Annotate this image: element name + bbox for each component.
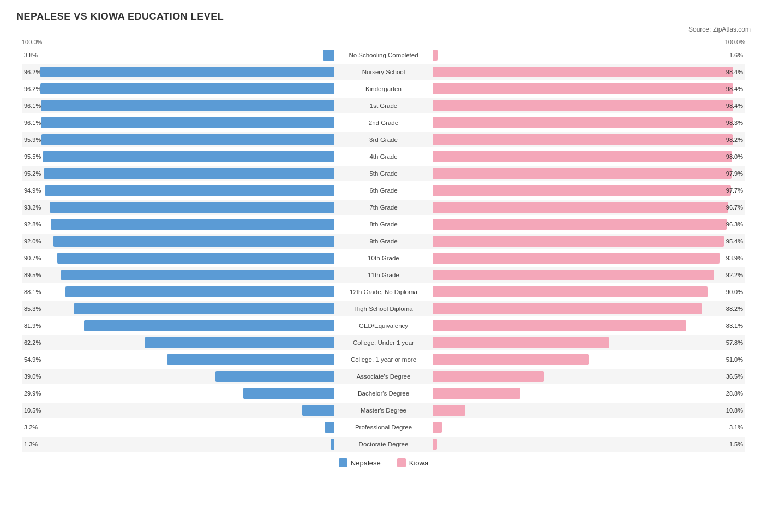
- right-bar: [433, 405, 465, 416]
- bar-row: 92.0% 9th Grade 95.4%: [22, 234, 745, 249]
- bar-label: College, 1 year or more: [334, 356, 433, 363]
- left-section: 88.1%: [22, 284, 334, 300]
- right-value: 98.4%: [726, 86, 743, 92]
- right-section: 95.4%: [433, 234, 745, 249]
- right-section: 90.0%: [433, 284, 745, 300]
- right-value: 92.2%: [726, 272, 743, 278]
- right-bar: [433, 270, 714, 280]
- left-bar: [41, 117, 334, 128]
- left-value: 89.5%: [24, 272, 41, 278]
- left-section: 96.2%: [22, 64, 334, 80]
- left-value: 54.9%: [24, 356, 41, 363]
- left-value: 96.2%: [24, 86, 41, 92]
- bar-row: 81.9% GED/Equivalency 83.1%: [22, 318, 745, 333]
- bar-label: Kindergarten: [334, 86, 433, 92]
- right-section: 97.7%: [433, 183, 745, 198]
- left-value: 81.9%: [24, 322, 41, 329]
- left-bar: [43, 151, 334, 162]
- bar-row: 93.2% 7th Grade 96.7%: [22, 200, 745, 215]
- right-section: 98.2%: [433, 132, 745, 147]
- bar-row: 3.2% Professional Degree 3.1%: [22, 420, 745, 435]
- left-value: 39.0%: [24, 373, 41, 380]
- bar-label: 11th Grade: [334, 272, 433, 278]
- bar-label: 6th Grade: [334, 187, 433, 194]
- left-bar: [57, 253, 334, 264]
- left-section: 10.5%: [22, 403, 334, 418]
- right-bar: [433, 67, 733, 77]
- right-section: 98.0%: [433, 149, 745, 164]
- left-value: 96.1%: [24, 103, 41, 109]
- right-value: 98.4%: [726, 69, 743, 75]
- right-value: 83.1%: [726, 322, 743, 329]
- right-bar: [433, 219, 727, 230]
- right-bar: [433, 354, 589, 365]
- legend-box-kiowa: [397, 458, 406, 467]
- right-section: 93.9%: [433, 250, 745, 266]
- right-bar: [433, 83, 733, 94]
- bar-label: 8th Grade: [334, 221, 433, 228]
- source-label: Source: ZipAtlas.com: [16, 26, 751, 33]
- left-value: 94.9%: [24, 187, 41, 194]
- right-value: 10.8%: [726, 407, 743, 414]
- left-value: 96.2%: [24, 69, 41, 75]
- right-value: 36.5%: [726, 373, 743, 380]
- right-value: 90.0%: [726, 289, 743, 295]
- left-value: 3.8%: [24, 52, 38, 58]
- left-section: 39.0%: [22, 369, 334, 384]
- bar-label: 12th Grade, No Diploma: [334, 289, 433, 295]
- right-bar: [433, 202, 728, 213]
- left-value: 29.9%: [24, 390, 41, 397]
- right-section: 98.4%: [433, 81, 745, 97]
- left-bar: [41, 134, 334, 145]
- left-bar: [145, 337, 334, 348]
- right-value: 88.2%: [726, 306, 743, 312]
- bar-row: 62.2% College, Under 1 year 57.8%: [22, 335, 745, 350]
- bar-row: 95.5% 4th Grade 98.0%: [22, 149, 745, 164]
- right-value: 98.4%: [726, 103, 743, 109]
- right-bar: [433, 253, 720, 264]
- right-value: 51.0%: [726, 356, 743, 363]
- right-section: 1.6%: [433, 47, 745, 63]
- left-section: 93.2%: [22, 200, 334, 215]
- legend-label-nepalese: Nepalese: [351, 459, 381, 467]
- legend-label-kiowa: Kiowa: [409, 459, 428, 467]
- right-bar: [433, 371, 544, 382]
- right-bar: [433, 168, 732, 179]
- right-value: 96.3%: [726, 221, 743, 228]
- bar-row: 96.2% Nursery School 98.4%: [22, 64, 745, 80]
- right-section: 51.0%: [433, 352, 745, 367]
- bar-row: 88.1% 12th Grade, No Diploma 90.0%: [22, 284, 745, 300]
- right-section: 10.8%: [433, 403, 745, 418]
- right-section: 96.3%: [433, 217, 745, 232]
- bar-row: 95.9% 3rd Grade 98.2%: [22, 132, 745, 147]
- right-value: 28.8%: [726, 390, 743, 397]
- left-value: 3.2%: [24, 424, 38, 431]
- left-section: 81.9%: [22, 318, 334, 333]
- bar-label: High School Diploma: [334, 306, 433, 312]
- bar-row: 95.2% 5th Grade 97.9%: [22, 166, 745, 181]
- left-value: 85.3%: [24, 306, 41, 312]
- right-bar: [433, 422, 442, 433]
- right-section: 1.5%: [433, 437, 745, 452]
- bar-label: GED/Equivalency: [334, 322, 433, 329]
- right-value: 57.8%: [726, 339, 743, 346]
- left-value: 62.2%: [24, 339, 41, 346]
- bar-label: Associate's Degree: [334, 373, 433, 380]
- right-value: 97.7%: [726, 187, 743, 194]
- left-bar: [323, 50, 334, 61]
- bar-row: 94.9% 6th Grade 97.7%: [22, 183, 745, 198]
- bar-label: 2nd Grade: [334, 119, 433, 126]
- chart-container: 100.0%100.0% 3.8% No Schooling Completed…: [16, 39, 751, 452]
- left-bar: [51, 219, 334, 230]
- bar-label: 5th Grade: [334, 170, 433, 177]
- right-section: 98.3%: [433, 115, 745, 130]
- bar-label: Professional Degree: [334, 424, 433, 431]
- left-bar: [40, 67, 334, 77]
- right-bar: [433, 388, 520, 399]
- bar-row: 90.7% 10th Grade 93.9%: [22, 250, 745, 266]
- right-bar: [433, 100, 733, 111]
- left-section: 89.5%: [22, 267, 334, 283]
- left-bar: [243, 388, 334, 399]
- bar-label: Doctorate Degree: [334, 441, 433, 447]
- left-bar: [41, 100, 334, 111]
